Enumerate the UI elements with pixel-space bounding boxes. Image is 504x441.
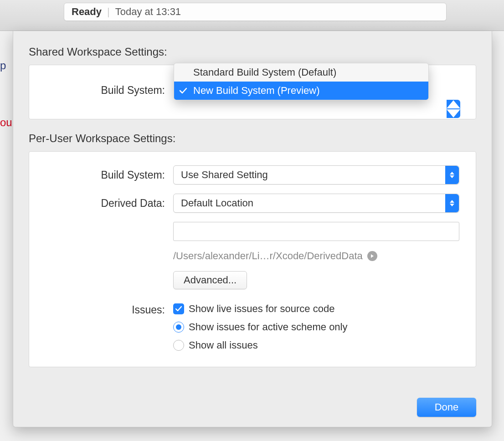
button-label: Done bbox=[435, 401, 459, 413]
background-code-fragment: ou bbox=[0, 116, 10, 134]
status-separator: | bbox=[107, 6, 110, 18]
build-system-dropdown: Standard Build System (Default) New Buil… bbox=[174, 63, 429, 100]
select-arrows-icon bbox=[445, 166, 459, 184]
show-live-issues-checkbox[interactable] bbox=[173, 303, 184, 314]
done-button[interactable]: Done bbox=[417, 398, 476, 417]
reveal-in-finder-icon[interactable] bbox=[367, 251, 377, 261]
shared-settings-header: Shared Workspace Settings: bbox=[29, 46, 476, 58]
per-user-build-system-label: Build System: bbox=[46, 169, 173, 181]
build-system-label: Build System: bbox=[46, 84, 173, 97]
background-code-fragment: p bbox=[0, 59, 10, 77]
checkbox-label: Show live issues for source code bbox=[189, 303, 334, 315]
select-arrows-icon bbox=[445, 194, 459, 212]
derived-data-select[interactable]: Default Location bbox=[173, 194, 459, 213]
shared-settings-panel: Build System: Standard Build System (Def… bbox=[29, 65, 476, 119]
menu-item-label: Standard Build System (Default) bbox=[193, 67, 336, 78]
select-value: Default Location bbox=[181, 197, 253, 209]
derived-data-label: Derived Data: bbox=[46, 197, 173, 210]
checkmark-icon bbox=[180, 85, 187, 97]
status-ready-text: Ready bbox=[72, 6, 102, 18]
activity-status-pill: Ready | Today at 13:31 bbox=[64, 3, 447, 21]
menu-item-new-build-system[interactable]: New Build System (Preview) bbox=[174, 82, 428, 100]
menu-item-label: New Build System (Preview) bbox=[193, 85, 320, 97]
per-user-build-system-select[interactable]: Use Shared Setting bbox=[173, 165, 459, 185]
status-time-text: Today at 13:31 bbox=[115, 6, 181, 18]
select-value: Use Shared Setting bbox=[181, 169, 268, 181]
radio-label: Show all issues bbox=[189, 339, 258, 351]
build-system-select-arrows[interactable] bbox=[447, 100, 460, 118]
derived-data-path-text: /Users/alexander/Li…r/Xcode/DerivedData bbox=[173, 250, 363, 262]
radio-label: Show issues for active scheme only bbox=[189, 321, 348, 333]
derived-data-custom-path-field[interactable] bbox=[173, 222, 459, 241]
per-user-settings-panel: Build System: Use Shared Setting Derived… bbox=[29, 151, 476, 367]
advanced-button[interactable]: Advanced... bbox=[173, 271, 247, 289]
issues-label: Issues: bbox=[46, 303, 173, 316]
sheet-footer: Done bbox=[417, 398, 476, 417]
button-label: Advanced... bbox=[184, 274, 237, 286]
issues-active-scheme-radio[interactable] bbox=[173, 322, 184, 333]
workspace-settings-sheet: Shared Workspace Settings: Build System:… bbox=[13, 31, 492, 427]
per-user-settings-header: Per-User Workspace Settings: bbox=[29, 132, 476, 145]
issues-show-all-radio[interactable] bbox=[173, 340, 184, 351]
menu-item-standard-build-system[interactable]: Standard Build System (Default) bbox=[174, 63, 428, 82]
